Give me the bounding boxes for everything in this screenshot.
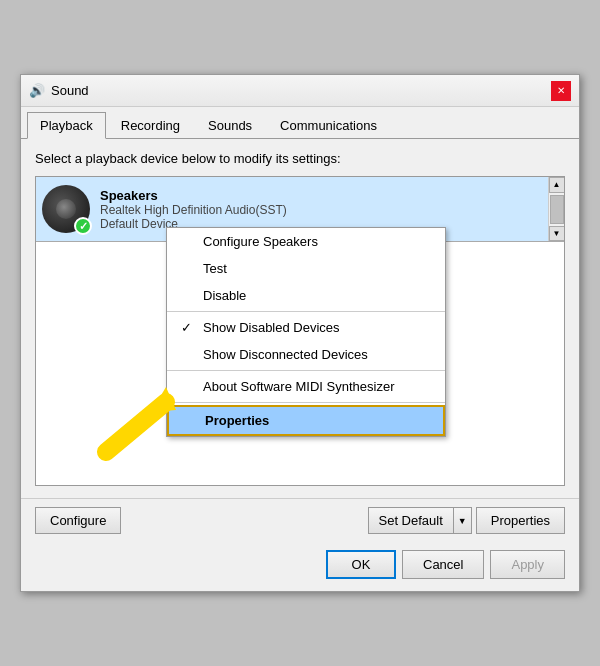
set-default-wrapper: Set Default ▼ [368,507,472,534]
device-info: Speakers Realtek High Definition Audio(S… [100,188,558,231]
menu-label-disable: Disable [203,288,246,303]
cancel-button[interactable]: Cancel [402,550,484,579]
configure-button[interactable]: Configure [35,507,121,534]
menu-item-test[interactable]: Test [167,255,445,282]
checkmark-icon: ✓ [181,320,192,335]
scroll-thumb[interactable] [550,195,564,224]
set-default-dropdown-button[interactable]: ▼ [453,508,471,533]
context-menu: Configure Speakers Test Disable ✓ Show D… [166,227,446,437]
dialog-footer: OK Cancel Apply [21,542,579,591]
menu-separator-1 [167,311,445,312]
menu-item-configure-speakers[interactable]: Configure Speakers [167,228,445,255]
device-name: Speakers [100,188,558,203]
apply-button[interactable]: Apply [490,550,565,579]
menu-item-show-disconnected[interactable]: Show Disconnected Devices [167,341,445,368]
menu-label-about-midi: About Software MIDI Synthesizer [203,379,394,394]
set-default-button[interactable]: Set Default [369,508,453,533]
tabs-bar: Playback Recording Sounds Communications [21,107,579,139]
instruction-text: Select a playback device below to modify… [35,151,565,166]
tab-content: Select a playback device below to modify… [21,139,579,498]
ok-button[interactable]: OK [326,550,396,579]
title-bar: 🔊 Sound ✕ [21,75,579,107]
title-bar-left: 🔊 Sound [29,83,89,99]
menu-separator-2 [167,370,445,371]
tab-recording[interactable]: Recording [108,112,193,139]
speaker-inner [56,199,76,219]
close-button[interactable]: ✕ [551,81,571,101]
tab-playback[interactable]: Playback [27,112,106,139]
menu-item-about-midi[interactable]: About Software MIDI Synthesizer [167,373,445,400]
menu-label-configure: Configure Speakers [203,234,318,249]
list-scrollbar[interactable]: ▲ ▼ [548,177,564,241]
scroll-up-arrow[interactable]: ▲ [549,177,565,193]
menu-item-disable[interactable]: Disable [167,282,445,309]
tab-communications[interactable]: Communications [267,112,390,139]
menu-label-show-disconnected: Show Disconnected Devices [203,347,368,362]
device-list: ✓ Speakers Realtek High Definition Audio… [35,176,565,486]
scroll-down-arrow[interactable]: ▼ [549,226,565,242]
menu-item-properties[interactable]: Properties [167,405,445,436]
device-description: Realtek High Definition Audio(SST) [100,203,558,217]
dialog-title: Sound [51,83,89,98]
speaker-icon-container: ✓ [42,185,90,233]
menu-label-properties: Properties [205,413,269,428]
menu-item-show-disabled[interactable]: ✓ Show Disabled Devices [167,314,445,341]
bottom-buttons-bar: Configure Set Default ▼ Properties [21,498,579,542]
menu-label-show-disabled: Show Disabled Devices [203,320,340,335]
tab-sounds[interactable]: Sounds [195,112,265,139]
right-buttons: Set Default ▼ Properties [368,507,566,534]
menu-separator-3 [167,402,445,403]
properties-button[interactable]: Properties [476,507,565,534]
sound-dialog: 🔊 Sound ✕ Playback Recording Sounds Comm… [20,74,580,592]
default-check-icon: ✓ [74,217,92,235]
sound-icon: 🔊 [29,83,45,99]
menu-label-test: Test [203,261,227,276]
